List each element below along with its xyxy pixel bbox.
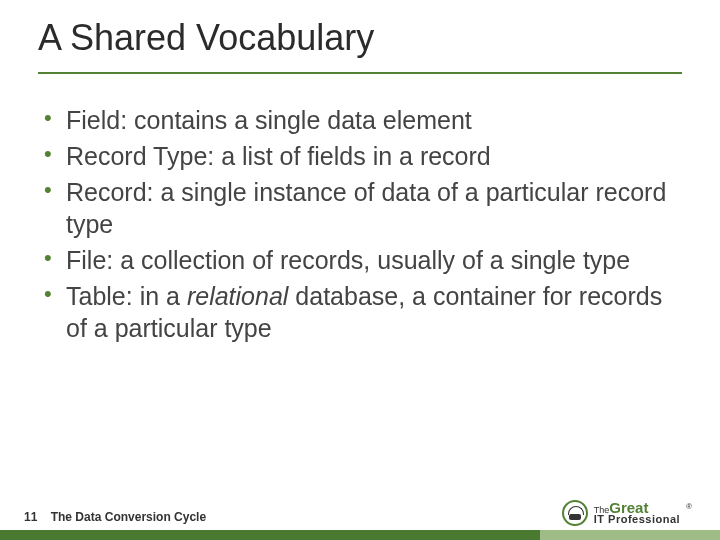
bullet-item: Field: contains a single data element: [40, 104, 680, 136]
bullet-item: Table: in a relational database, a conta…: [40, 280, 680, 344]
footer-title: The Data Conversion Cycle: [51, 510, 206, 524]
bullet-text: Record: a single instance of data of a p…: [66, 178, 666, 238]
footer-bar-segment: [0, 530, 540, 540]
bullet-text: Table: in a: [66, 282, 187, 310]
registered-mark: ®: [686, 502, 692, 511]
bullet-text: Record Type: a list of fields in a recor…: [66, 142, 491, 170]
bullet-text-emphasis: relational: [187, 282, 288, 310]
bullet-item: Record: a single instance of data of a p…: [40, 176, 680, 240]
brand-logo: TheGreat IT Professional ®: [562, 500, 692, 526]
footer-bar: [0, 530, 720, 540]
footer: 11 The Data Conversion Cycle TheGreat IT…: [0, 492, 720, 540]
bullet-item: Record Type: a list of fields in a recor…: [40, 140, 680, 172]
bullet-item: File: a collection of records, usually o…: [40, 244, 680, 276]
logo-icon: [562, 500, 588, 526]
footer-bar-segment: [540, 530, 720, 540]
slide: A Shared Vocabulary Field: contains a si…: [0, 0, 720, 540]
bullet-text: Field: contains a single data element: [66, 106, 472, 134]
slide-title: A Shared Vocabulary: [38, 18, 682, 58]
page-number: 11: [24, 510, 37, 524]
logo-line3: IT Professional: [594, 515, 680, 525]
slide-body: Field: contains a single data element Re…: [0, 74, 720, 540]
bullet-list: Field: contains a single data element Re…: [40, 104, 680, 344]
bullet-text: File: a collection of records, usually o…: [66, 246, 630, 274]
footer-caption: 11 The Data Conversion Cycle: [24, 510, 206, 524]
logo-text: TheGreat IT Professional: [594, 501, 680, 525]
title-area: A Shared Vocabulary: [0, 0, 720, 66]
